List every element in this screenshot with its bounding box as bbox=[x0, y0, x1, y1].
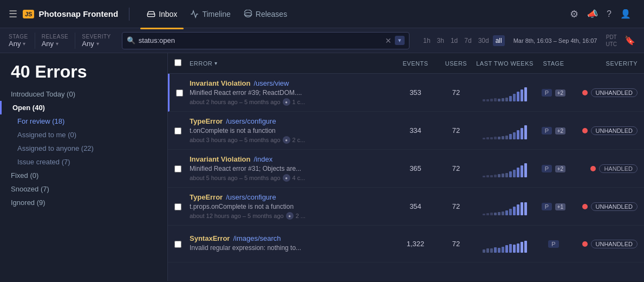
nav-label-inbox: Inbox bbox=[159, 10, 177, 18]
error-msg: t.onComplete is not a function bbox=[190, 127, 374, 134]
row-checkbox[interactable] bbox=[176, 88, 190, 97]
row-chart bbox=[475, 122, 535, 139]
row-events: 354 bbox=[394, 202, 437, 210]
row-users: 72 bbox=[437, 88, 475, 97]
row-checkbox[interactable] bbox=[174, 126, 190, 134]
time-btn-3h[interactable]: 3h bbox=[434, 35, 447, 46]
stage-filter-label: STAGE bbox=[9, 34, 28, 40]
select-all-checkbox[interactable] bbox=[174, 59, 181, 66]
user-avatar-icon[interactable]: 👤 bbox=[616, 4, 635, 23]
error-path: /users/configure bbox=[226, 193, 276, 201]
table-row[interactable]: Invariant Violation /users/view Minified… bbox=[168, 74, 644, 112]
search-toggle[interactable]: ▾ bbox=[395, 36, 405, 45]
time-btn-all[interactable]: all bbox=[493, 35, 505, 46]
row-stage: P +2 bbox=[535, 164, 573, 172]
nav-item-inbox[interactable]: Inbox bbox=[140, 7, 184, 22]
error-msg: Minified React error #31; Objects are... bbox=[190, 165, 374, 172]
sidebar-item-issue-created[interactable]: Issue created (7) bbox=[0, 155, 167, 169]
table-row[interactable]: TypeError /users/configure t.onComplete … bbox=[168, 112, 644, 150]
row-checkbox[interactable] bbox=[174, 240, 190, 248]
table-row[interactable]: Invariant Violation /index Minified Reac… bbox=[168, 150, 644, 188]
svg-point-0 bbox=[244, 12, 251, 15]
header-stage: STAGE bbox=[535, 60, 573, 67]
stage-filter-value[interactable]: Any ▾ bbox=[9, 40, 28, 48]
error-type: Invariant Violation bbox=[190, 79, 250, 87]
error-path: /index bbox=[253, 155, 272, 163]
header-checkbox[interactable] bbox=[174, 59, 190, 68]
row-users: 72 bbox=[437, 164, 475, 172]
severity-filter-label: SEVERITY bbox=[82, 34, 110, 40]
time-btn-7d[interactable]: 7d bbox=[461, 35, 474, 46]
sidebar-item-introduced-today[interactable]: Introduced Today (0) bbox=[0, 87, 167, 101]
row-users: 72 bbox=[437, 240, 475, 248]
row-stage: P bbox=[535, 240, 573, 248]
row-severity: UNHANDLED bbox=[573, 240, 638, 248]
row-severity: UNHANDLED bbox=[573, 202, 638, 211]
release-filter[interactable]: RELEASE Any ▾ bbox=[42, 34, 69, 48]
row-stage: P +1 bbox=[535, 202, 573, 210]
header-severity: SEVERITY bbox=[573, 60, 638, 67]
megaphone-icon[interactable]: 📣 bbox=[583, 4, 602, 23]
row-chart bbox=[475, 235, 535, 253]
row-stage: P +2 bbox=[535, 126, 573, 134]
row-chart bbox=[475, 160, 535, 177]
row-severity: UNHANDLED bbox=[573, 88, 638, 97]
error-count: 40 Errors bbox=[0, 53, 167, 87]
header-users: USERS bbox=[437, 60, 475, 67]
error-type: TypeError bbox=[190, 117, 223, 125]
nav-item-releases[interactable]: Releases bbox=[237, 7, 294, 22]
search-input[interactable] bbox=[139, 36, 382, 44]
nav-label-timeline: Timeline bbox=[202, 10, 230, 18]
table-header: ERROR ▾ EVENTS USERS LAST TWO WEEKS STAG… bbox=[168, 53, 644, 74]
hamburger-icon[interactable]: ☰ bbox=[9, 8, 17, 20]
row-events: 334 bbox=[394, 126, 437, 134]
app-title: Photosnap Frontend bbox=[38, 9, 118, 18]
inbox-icon bbox=[147, 10, 155, 18]
header-last-two-weeks: LAST TWO WEEKS bbox=[475, 60, 535, 67]
row-checkbox[interactable] bbox=[174, 202, 190, 210]
row-severity: UNHANDLED bbox=[573, 126, 638, 135]
severity-filter-value[interactable]: Any ▾ bbox=[82, 40, 110, 48]
sidebar-item-ignored[interactable]: Ignored (9) bbox=[0, 196, 167, 209]
row-users: 72 bbox=[437, 126, 475, 134]
date-range: Mar 8th, 16:03 – Sep 4th, 16:07 bbox=[513, 37, 597, 44]
time-btn-1d[interactable]: 1d bbox=[448, 35, 460, 46]
row-main: Invariant Violation /users/view Minified… bbox=[190, 79, 394, 106]
row-main: Invariant Violation /index Minified Reac… bbox=[190, 155, 394, 182]
search-icon: 🔍 bbox=[127, 36, 135, 44]
bookmark-icon[interactable]: 🔖 bbox=[625, 35, 635, 46]
sidebar-item-for-review[interactable]: For review (18) bbox=[0, 114, 167, 128]
app-logo: JS bbox=[23, 10, 34, 18]
releases-icon bbox=[244, 10, 252, 18]
sidebar-item-assigned-to-me[interactable]: Assigned to me (0) bbox=[0, 128, 167, 142]
release-filter-label: RELEASE bbox=[42, 34, 69, 40]
row-main: TypeError /users/configure t.onComplete … bbox=[190, 117, 394, 144]
timezone-badge: PDTUTC bbox=[606, 34, 617, 48]
release-filter-value[interactable]: Any ▾ bbox=[42, 40, 69, 48]
time-btn-30d[interactable]: 30d bbox=[476, 35, 492, 46]
sidebar-item-snoozed[interactable]: Snoozed (7) bbox=[0, 182, 167, 196]
row-events: 365 bbox=[394, 164, 437, 172]
row-checkbox[interactable] bbox=[174, 164, 190, 172]
error-path: /users/configure bbox=[226, 117, 276, 125]
time-btn-1h[interactable]: 1h bbox=[420, 35, 433, 46]
sidebar-item-assigned-to-anyone[interactable]: Assigned to anyone (22) bbox=[0, 142, 167, 155]
sidebar-item-fixed[interactable]: Fixed (0) bbox=[0, 169, 167, 182]
row-stage: P +2 bbox=[535, 88, 573, 97]
table-row[interactable]: SyntaxError /images/search Invalid regul… bbox=[168, 226, 644, 262]
stage-filter[interactable]: STAGE Any ▾ bbox=[9, 34, 28, 48]
gear-icon[interactable]: ⚙ bbox=[565, 4, 583, 24]
row-main: TypeError /users/configure t.props.onCom… bbox=[190, 193, 394, 220]
search-box: 🔍 ✕ ▾ bbox=[122, 32, 409, 49]
severity-filter[interactable]: SEVERITY Any ▾ bbox=[82, 34, 110, 48]
nav-item-timeline[interactable]: Timeline bbox=[184, 7, 237, 22]
row-severity: HANDLED bbox=[573, 164, 638, 173]
sidebar-item-open[interactable]: Open (40) bbox=[0, 101, 167, 114]
header-error[interactable]: ERROR ▾ bbox=[190, 60, 394, 67]
row-users: 72 bbox=[437, 202, 475, 210]
table-row[interactable]: TypeError /users/configure t.props.onCom… bbox=[168, 188, 644, 226]
search-clear-icon[interactable]: ✕ bbox=[385, 36, 392, 45]
help-icon[interactable]: ? bbox=[602, 5, 616, 23]
row-chart bbox=[475, 198, 535, 215]
row-events: 353 bbox=[394, 88, 437, 97]
